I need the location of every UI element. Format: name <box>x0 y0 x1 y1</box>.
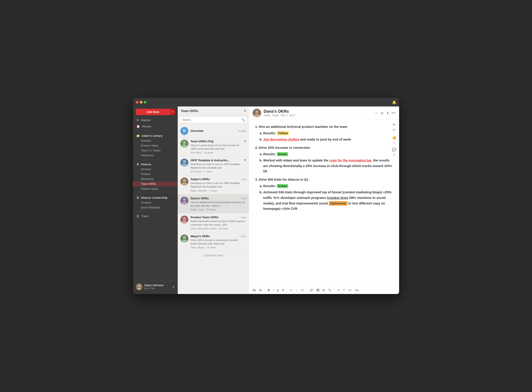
note-item-team-okrs-faq[interactable]: Team OKRs FAQ ⚑ Here is a great blog pos… <box>178 137 249 156</box>
contest-drive-link[interactable]: contest drive <box>328 196 348 200</box>
user-name: Adam Johnson <box>144 284 171 287</box>
note-avatar-product <box>180 216 188 224</box>
product-okrs-preview: Adam/Samantha shared product OKRs Improv… <box>191 219 246 227</box>
note-main-title: Dana's OKRs <box>264 109 375 114</box>
mayuis-okrs-name: Mayui's OKRs <box>191 234 210 238</box>
zoom-action-icon[interactable]: ⊕ <box>381 111 384 115</box>
add-note-dropdown-button[interactable]: ▾ <box>170 109 175 115</box>
footer-chevron-icon[interactable]: ▲ <box>172 285 175 288</box>
adams-okrs-top: Adam's OKRs 1 mo <box>191 177 246 181</box>
note-item-overview[interactable]: N Overview 8 notes <box>178 125 249 137</box>
sidebar-section-adams-library[interactable]: 📁 Adam's Library <box>133 132 178 138</box>
svg-point-1 <box>138 285 140 287</box>
format-checklist-button[interactable]: ☑ <box>300 288 304 292</box>
trash-icon: 🗑 <box>136 214 139 218</box>
format-code-button[interactable]: </> <box>347 288 353 292</box>
format-italic-button[interactable]: I <box>272 288 275 292</box>
format-underline-button[interactable]: U <box>276 288 280 292</box>
format-h1-button[interactable]: H₁ <box>252 288 257 292</box>
note-item-okr-template[interactable]: OKR Template & Instructio... ⚑ Direction… <box>178 156 249 175</box>
add-note-area: Add Note ▾ <box>133 107 178 117</box>
okr-2-title: Drive 10% increase in conversion <box>259 146 310 149</box>
sidebar-child-board-materials[interactable]: Board Materials <box>133 205 178 210</box>
note-actions: ☆ ⊕ ⬆ ••• <box>375 111 395 115</box>
template-meta: Ken Davis · 7 views <box>191 170 246 173</box>
format-quote-button[interactable]: ❝ <box>342 288 345 292</box>
content-area: Add Note ▾ ★ Starred ⏰ Recent 📁 Adam's L… <box>133 107 399 294</box>
sidebar-child-general-1[interactable]: General <box>133 138 178 143</box>
sidebar-child-team-1on1[interactable]: Team 1:1 Notes <box>133 148 178 153</box>
format-link-button[interactable]: 🔗 <box>309 288 314 292</box>
sidebar-child-team-okrs[interactable]: Team OKRs <box>133 182 178 187</box>
svg-point-4 <box>183 141 186 144</box>
close-button[interactable] <box>136 101 138 103</box>
note-item-adams-okrs[interactable]: Adam's OKRs 1 mo Directions on how to us… <box>178 175 249 194</box>
sidebar-item-trash[interactable]: 🗑 Trash <box>133 213 178 219</box>
sidebar-child-product-ideas[interactable]: Product Ideas <box>133 143 178 148</box>
okr-2-subitems: Results: Green Worked with Adam and team… <box>259 151 394 174</box>
notes-title-chevron-icon[interactable]: ▾ <box>244 109 246 113</box>
sidebar-section-abacus[interactable]: 🖥 Abacus <box>133 161 178 167</box>
format-h2-button[interactable]: H₂ <box>258 288 262 292</box>
faq-body: Team OKRs FAQ ⚑ Here is a great blog pos… <box>191 140 246 154</box>
fmt-divider-4 <box>334 288 335 292</box>
sidebar-child-general-3[interactable]: General <box>133 200 178 205</box>
svg-point-10 <box>183 179 186 182</box>
search-input[interactable] <box>180 117 247 123</box>
format-attachment-button[interactable]: 📎 <box>327 288 332 292</box>
note-item-mayuis-okrs[interactable]: Mayui's OKRs 3 mo Drive 10% increase in … <box>178 232 249 251</box>
side-stats-panel: 👁 37 👍 1 💬 4 <box>392 122 396 157</box>
sidebar-item-recent[interactable]: ⏰ Recent <box>133 123 178 129</box>
format-pencil-button[interactable]: ✏ <box>337 288 341 292</box>
format-numbered-list-button[interactable]: ⋮ <box>294 288 299 292</box>
star-action-icon[interactable]: ☆ <box>375 111 378 115</box>
faq-meta: Ken Davis · 16 views <box>191 151 246 154</box>
mayuis-okrs-time: 3 mo <box>241 235 246 238</box>
sidebar-child-reference[interactable]: Reference <box>133 153 178 158</box>
format-strikethrough-button[interactable]: S <box>281 288 285 292</box>
search-icon: 🔍 <box>242 118 245 121</box>
format-bullet-list-button[interactable]: ≡ <box>290 288 293 292</box>
views-count: 37 <box>393 128 395 132</box>
job-desc-link[interactable]: Job description drafted <box>263 138 299 141</box>
notes-list-title: Team OKRs <box>181 109 198 113</box>
notes-list-panel: Team OKRs ▾ 🔍 N Overview 8 notes <box>178 107 249 294</box>
likes-stat: 👍 1 <box>392 134 396 145</box>
archived-notes-link[interactable]: 2 archived notes <box>178 251 249 260</box>
thumbsup-icon: 👍 <box>392 134 396 140</box>
mayuis-okrs-meta: Dana, Mayui · 14 views <box>191 246 246 249</box>
search-bar: 🔍 <box>180 117 247 123</box>
sidebar-section-abacus-leadership[interactable]: 🖥 Abacus Leadership <box>133 194 178 200</box>
user-plan: Beta Plan <box>144 287 171 289</box>
sidebar-child-product[interactable]: Product <box>133 172 178 177</box>
product-okrs-body: Product Team OKRs 3 mo Adam/Samantha sha… <box>191 216 246 230</box>
sidebar-divider-2 <box>133 159 178 159</box>
product-okrs-name: Product Team OKRs <box>191 216 218 219</box>
sidebar-item-starred[interactable]: ★ Starred <box>133 117 178 123</box>
format-bold-button[interactable]: B <box>267 288 271 292</box>
format-table-button[interactable]: ⊞ <box>322 288 326 292</box>
star-icon: ★ <box>136 118 139 122</box>
sidebar-child-marketing[interactable]: Marketing <box>133 177 178 182</box>
more-action-icon[interactable]: ••• <box>392 111 395 115</box>
format-image-button[interactable]: 🖼 <box>316 288 320 292</box>
note-item-danas-okrs[interactable]: Dana's OKRs 2 mo Hire an additional tech… <box>178 194 249 213</box>
okr-3-subitems: Results: Green Achieved 536 trials throu… <box>259 183 394 212</box>
fullscreen-button[interactable] <box>144 101 147 103</box>
author-avatar <box>253 109 261 117</box>
messaging-bar-link[interactable]: copy for the messaging bar <box>329 159 371 162</box>
sidebar-child-feature-ideas[interactable]: Feature Ideas <box>133 187 178 191</box>
minimize-button[interactable] <box>140 101 142 103</box>
abacus-label: Abacus <box>141 163 151 166</box>
fmt-divider-1 <box>265 288 265 292</box>
format-font-button[interactable]: Aa <box>354 288 359 292</box>
note-item-product-team-okrs[interactable]: Product Team OKRs 3 mo Adam/Samantha sha… <box>178 213 249 232</box>
sidebar-divider-1 <box>133 131 178 131</box>
add-note-button[interactable]: Add Note <box>136 109 170 115</box>
sidebar-child-general-2[interactable]: General <box>133 167 178 172</box>
fmt-divider-3 <box>307 288 307 292</box>
notification-bell-icon[interactable]: 🔔 <box>392 100 396 104</box>
share-action-icon[interactable]: ⬆ <box>386 111 389 115</box>
user-avatar <box>136 283 142 290</box>
starred-label: Starred <box>141 118 151 122</box>
